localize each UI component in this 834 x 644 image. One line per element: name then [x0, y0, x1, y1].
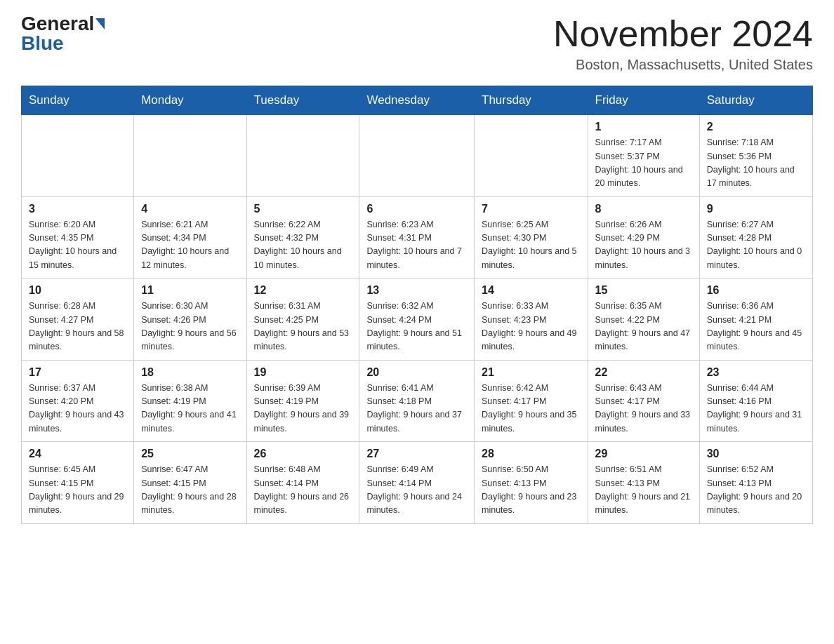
calendar-day-cell: 9Sunrise: 6:27 AMSunset: 4:28 PMDaylight… — [699, 196, 812, 279]
page-header: General Blue November 2024 Boston, Massa… — [21, 14, 813, 73]
day-info: Sunrise: 6:52 AMSunset: 4:13 PMDaylight:… — [707, 463, 805, 518]
header-right: November 2024 Boston, Massachusetts, Uni… — [553, 14, 813, 73]
calendar-day-cell: 3Sunrise: 6:20 AMSunset: 4:35 PMDaylight… — [22, 196, 134, 279]
calendar-day-cell: 19Sunrise: 6:39 AMSunset: 4:19 PMDayligh… — [246, 360, 359, 442]
calendar-day-cell — [22, 115, 134, 197]
calendar-day-cell: 2Sunrise: 7:18 AMSunset: 5:36 PMDaylight… — [699, 115, 812, 197]
calendar-day-cell — [475, 115, 588, 197]
calendar-day-cell: 14Sunrise: 6:33 AMSunset: 4:23 PMDayligh… — [475, 279, 588, 361]
logo-general-text: General — [21, 14, 94, 34]
weekday-header: Tuesday — [246, 86, 359, 115]
day-info: Sunrise: 6:48 AMSunset: 4:14 PMDaylight:… — [254, 463, 352, 518]
day-number: 26 — [254, 448, 352, 460]
calendar-day-cell — [246, 115, 359, 197]
day-info: Sunrise: 6:35 AMSunset: 4:22 PMDaylight:… — [595, 300, 692, 354]
day-info: Sunrise: 6:30 AMSunset: 4:26 PMDaylight:… — [141, 300, 239, 354]
logo: General Blue — [21, 14, 105, 53]
day-info: Sunrise: 7:18 AMSunset: 5:36 PMDaylight:… — [707, 136, 805, 191]
calendar-day-cell: 29Sunrise: 6:51 AMSunset: 4:13 PMDayligh… — [588, 442, 699, 524]
calendar-day-cell: 18Sunrise: 6:38 AMSunset: 4:19 PMDayligh… — [134, 360, 246, 442]
day-number: 1 — [595, 121, 692, 133]
day-number: 30 — [707, 448, 805, 460]
calendar-table: SundayMondayTuesdayWednesdayThursdayFrid… — [21, 86, 813, 524]
day-number: 11 — [141, 284, 239, 297]
weekday-header: Sunday — [22, 86, 134, 115]
calendar-day-cell: 6Sunrise: 6:23 AMSunset: 4:31 PMDaylight… — [359, 196, 475, 279]
day-number: 18 — [141, 366, 239, 379]
day-info: Sunrise: 6:47 AMSunset: 4:15 PMDaylight:… — [141, 463, 239, 518]
weekday-header: Wednesday — [359, 86, 475, 115]
day-number: 19 — [254, 366, 352, 379]
day-number: 8 — [595, 203, 692, 215]
day-info: Sunrise: 6:25 AMSunset: 4:30 PMDaylight:… — [482, 218, 581, 273]
calendar-day-cell: 4Sunrise: 6:21 AMSunset: 4:34 PMDaylight… — [134, 196, 246, 279]
day-number: 17 — [29, 366, 126, 379]
calendar-day-cell: 15Sunrise: 6:35 AMSunset: 4:22 PMDayligh… — [588, 279, 699, 361]
day-number: 23 — [707, 366, 805, 379]
calendar-day-cell: 30Sunrise: 6:52 AMSunset: 4:13 PMDayligh… — [699, 442, 812, 524]
weekday-header: Thursday — [475, 86, 588, 115]
calendar-day-cell: 27Sunrise: 6:49 AMSunset: 4:14 PMDayligh… — [359, 442, 475, 524]
day-info: Sunrise: 6:50 AMSunset: 4:13 PMDaylight:… — [482, 463, 581, 518]
day-number: 9 — [707, 203, 805, 215]
day-number: 12 — [254, 284, 352, 297]
calendar-day-cell: 13Sunrise: 6:32 AMSunset: 4:24 PMDayligh… — [359, 279, 475, 361]
day-info: Sunrise: 6:36 AMSunset: 4:21 PMDaylight:… — [707, 300, 805, 354]
day-info: Sunrise: 6:26 AMSunset: 4:29 PMDaylight:… — [595, 218, 692, 273]
logo-blue-text: Blue — [21, 34, 64, 53]
day-number: 25 — [141, 448, 239, 460]
location-title: Boston, Massachusetts, United States — [553, 57, 813, 73]
calendar-header-row: SundayMondayTuesdayWednesdayThursdayFrid… — [22, 86, 813, 115]
day-info: Sunrise: 6:43 AMSunset: 4:17 PMDaylight:… — [595, 382, 692, 436]
calendar-week-row: 17Sunrise: 6:37 AMSunset: 4:20 PMDayligh… — [22, 360, 813, 442]
calendar-day-cell: 1Sunrise: 7:17 AMSunset: 5:37 PMDaylight… — [588, 115, 699, 197]
calendar-week-row: 3Sunrise: 6:20 AMSunset: 4:35 PMDaylight… — [22, 196, 813, 279]
day-number: 6 — [366, 203, 467, 215]
calendar-day-cell: 23Sunrise: 6:44 AMSunset: 4:16 PMDayligh… — [699, 360, 812, 442]
day-number: 14 — [482, 284, 581, 297]
calendar-day-cell: 24Sunrise: 6:45 AMSunset: 4:15 PMDayligh… — [22, 442, 134, 524]
day-info: Sunrise: 6:22 AMSunset: 4:32 PMDaylight:… — [254, 218, 352, 273]
calendar-day-cell: 5Sunrise: 6:22 AMSunset: 4:32 PMDaylight… — [246, 196, 359, 279]
day-number: 4 — [141, 203, 239, 215]
calendar-day-cell: 8Sunrise: 6:26 AMSunset: 4:29 PMDaylight… — [588, 196, 699, 279]
day-number: 28 — [482, 448, 581, 460]
day-info: Sunrise: 6:33 AMSunset: 4:23 PMDaylight:… — [482, 300, 581, 354]
calendar-day-cell: 10Sunrise: 6:28 AMSunset: 4:27 PMDayligh… — [22, 279, 134, 361]
calendar-day-cell: 16Sunrise: 6:36 AMSunset: 4:21 PMDayligh… — [699, 279, 812, 361]
day-number: 24 — [29, 448, 126, 460]
day-number: 10 — [29, 284, 126, 297]
calendar-day-cell: 26Sunrise: 6:48 AMSunset: 4:14 PMDayligh… — [246, 442, 359, 524]
day-info: Sunrise: 6:39 AMSunset: 4:19 PMDaylight:… — [254, 382, 352, 436]
calendar-day-cell — [134, 115, 246, 197]
calendar-day-cell: 21Sunrise: 6:42 AMSunset: 4:17 PMDayligh… — [475, 360, 588, 442]
calendar-day-cell — [359, 115, 475, 197]
calendar-day-cell: 12Sunrise: 6:31 AMSunset: 4:25 PMDayligh… — [246, 279, 359, 361]
calendar-day-cell: 11Sunrise: 6:30 AMSunset: 4:26 PMDayligh… — [134, 279, 246, 361]
day-info: Sunrise: 6:44 AMSunset: 4:16 PMDaylight:… — [707, 382, 805, 436]
day-number: 20 — [366, 366, 467, 379]
day-info: Sunrise: 6:23 AMSunset: 4:31 PMDaylight:… — [366, 218, 467, 273]
day-info: Sunrise: 6:49 AMSunset: 4:14 PMDaylight:… — [366, 463, 467, 518]
weekday-header: Friday — [588, 86, 699, 115]
calendar-day-cell: 20Sunrise: 6:41 AMSunset: 4:18 PMDayligh… — [359, 360, 475, 442]
day-info: Sunrise: 6:20 AMSunset: 4:35 PMDaylight:… — [29, 218, 126, 273]
day-info: Sunrise: 6:41 AMSunset: 4:18 PMDaylight:… — [366, 382, 467, 436]
month-title: November 2024 — [553, 14, 813, 54]
calendar-week-row: 1Sunrise: 7:17 AMSunset: 5:37 PMDaylight… — [22, 115, 813, 197]
day-info: Sunrise: 6:45 AMSunset: 4:15 PMDaylight:… — [29, 463, 126, 518]
calendar-day-cell: 28Sunrise: 6:50 AMSunset: 4:13 PMDayligh… — [475, 442, 588, 524]
day-number: 3 — [29, 203, 126, 215]
calendar-day-cell: 22Sunrise: 6:43 AMSunset: 4:17 PMDayligh… — [588, 360, 699, 442]
day-number: 16 — [707, 284, 805, 297]
day-info: Sunrise: 6:28 AMSunset: 4:27 PMDaylight:… — [29, 300, 126, 354]
day-number: 7 — [482, 203, 581, 215]
day-info: Sunrise: 6:42 AMSunset: 4:17 PMDaylight:… — [482, 382, 581, 436]
day-number: 15 — [595, 284, 692, 297]
day-number: 13 — [366, 284, 467, 297]
calendar-day-cell: 17Sunrise: 6:37 AMSunset: 4:20 PMDayligh… — [22, 360, 134, 442]
day-info: Sunrise: 6:32 AMSunset: 4:24 PMDaylight:… — [366, 300, 467, 354]
calendar-day-cell: 7Sunrise: 6:25 AMSunset: 4:30 PMDaylight… — [475, 196, 588, 279]
day-number: 22 — [595, 366, 692, 379]
day-info: Sunrise: 6:37 AMSunset: 4:20 PMDaylight:… — [29, 382, 126, 436]
